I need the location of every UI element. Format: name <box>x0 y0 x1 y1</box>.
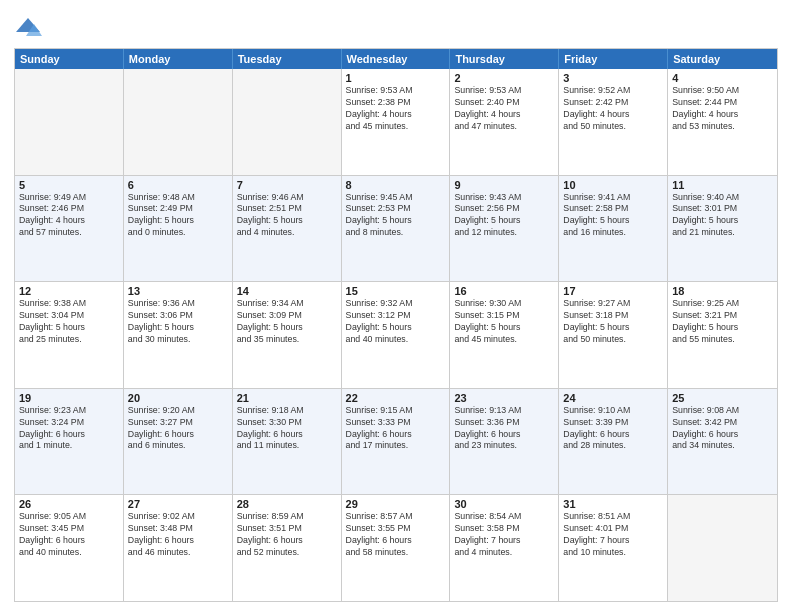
day-number: 9 <box>454 179 554 191</box>
calendar-cell-day-18: 18Sunrise: 9:25 AM Sunset: 3:21 PM Dayli… <box>668 282 777 388</box>
logo <box>14 14 44 42</box>
calendar-cell-day-25: 25Sunrise: 9:08 AM Sunset: 3:42 PM Dayli… <box>668 389 777 495</box>
calendar-cell-empty <box>233 69 342 175</box>
day-info: Sunrise: 9:41 AM Sunset: 2:58 PM Dayligh… <box>563 192 663 240</box>
day-number: 21 <box>237 392 337 404</box>
day-info: Sunrise: 9:53 AM Sunset: 2:40 PM Dayligh… <box>454 85 554 133</box>
day-number: 17 <box>563 285 663 297</box>
day-number: 6 <box>128 179 228 191</box>
day-number: 15 <box>346 285 446 297</box>
calendar-cell-empty <box>15 69 124 175</box>
day-number: 11 <box>672 179 773 191</box>
calendar-cell-day-24: 24Sunrise: 9:10 AM Sunset: 3:39 PM Dayli… <box>559 389 668 495</box>
day-info: Sunrise: 9:49 AM Sunset: 2:46 PM Dayligh… <box>19 192 119 240</box>
day-info: Sunrise: 9:40 AM Sunset: 3:01 PM Dayligh… <box>672 192 773 240</box>
day-number: 23 <box>454 392 554 404</box>
calendar-cell-day-13: 13Sunrise: 9:36 AM Sunset: 3:06 PM Dayli… <box>124 282 233 388</box>
day-info: Sunrise: 9:10 AM Sunset: 3:39 PM Dayligh… <box>563 405 663 453</box>
day-info: Sunrise: 9:45 AM Sunset: 2:53 PM Dayligh… <box>346 192 446 240</box>
calendar-cell-day-12: 12Sunrise: 9:38 AM Sunset: 3:04 PM Dayli… <box>15 282 124 388</box>
header-day-tuesday: Tuesday <box>233 49 342 69</box>
calendar: SundayMondayTuesdayWednesdayThursdayFrid… <box>14 48 778 602</box>
day-number: 22 <box>346 392 446 404</box>
calendar-cell-day-29: 29Sunrise: 8:57 AM Sunset: 3:55 PM Dayli… <box>342 495 451 601</box>
header-day-sunday: Sunday <box>15 49 124 69</box>
header <box>14 10 778 42</box>
day-number: 12 <box>19 285 119 297</box>
day-number: 2 <box>454 72 554 84</box>
calendar-cell-day-2: 2Sunrise: 9:53 AM Sunset: 2:40 PM Daylig… <box>450 69 559 175</box>
day-number: 3 <box>563 72 663 84</box>
calendar-cell-day-4: 4Sunrise: 9:50 AM Sunset: 2:44 PM Daylig… <box>668 69 777 175</box>
day-info: Sunrise: 8:59 AM Sunset: 3:51 PM Dayligh… <box>237 511 337 559</box>
calendar-cell-day-27: 27Sunrise: 9:02 AM Sunset: 3:48 PM Dayli… <box>124 495 233 601</box>
day-number: 27 <box>128 498 228 510</box>
day-info: Sunrise: 9:02 AM Sunset: 3:48 PM Dayligh… <box>128 511 228 559</box>
calendar-cell-day-26: 26Sunrise: 9:05 AM Sunset: 3:45 PM Dayli… <box>15 495 124 601</box>
calendar-row-1: 5Sunrise: 9:49 AM Sunset: 2:46 PM Daylig… <box>15 175 777 282</box>
header-day-monday: Monday <box>124 49 233 69</box>
day-info: Sunrise: 9:20 AM Sunset: 3:27 PM Dayligh… <box>128 405 228 453</box>
logo-icon <box>14 14 42 42</box>
day-number: 13 <box>128 285 228 297</box>
calendar-cell-day-5: 5Sunrise: 9:49 AM Sunset: 2:46 PM Daylig… <box>15 176 124 282</box>
day-info: Sunrise: 9:27 AM Sunset: 3:18 PM Dayligh… <box>563 298 663 346</box>
day-info: Sunrise: 9:46 AM Sunset: 2:51 PM Dayligh… <box>237 192 337 240</box>
header-day-friday: Friday <box>559 49 668 69</box>
header-day-thursday: Thursday <box>450 49 559 69</box>
day-info: Sunrise: 9:53 AM Sunset: 2:38 PM Dayligh… <box>346 85 446 133</box>
calendar-cell-day-17: 17Sunrise: 9:27 AM Sunset: 3:18 PM Dayli… <box>559 282 668 388</box>
calendar-cell-day-10: 10Sunrise: 9:41 AM Sunset: 2:58 PM Dayli… <box>559 176 668 282</box>
calendar-row-3: 19Sunrise: 9:23 AM Sunset: 3:24 PM Dayli… <box>15 388 777 495</box>
day-number: 8 <box>346 179 446 191</box>
day-number: 18 <box>672 285 773 297</box>
day-info: Sunrise: 9:15 AM Sunset: 3:33 PM Dayligh… <box>346 405 446 453</box>
calendar-cell-day-11: 11Sunrise: 9:40 AM Sunset: 3:01 PM Dayli… <box>668 176 777 282</box>
day-number: 10 <box>563 179 663 191</box>
calendar-cell-empty <box>668 495 777 601</box>
day-info: Sunrise: 9:52 AM Sunset: 2:42 PM Dayligh… <box>563 85 663 133</box>
calendar-cell-day-1: 1Sunrise: 9:53 AM Sunset: 2:38 PM Daylig… <box>342 69 451 175</box>
day-info: Sunrise: 9:13 AM Sunset: 3:36 PM Dayligh… <box>454 405 554 453</box>
day-info: Sunrise: 9:50 AM Sunset: 2:44 PM Dayligh… <box>672 85 773 133</box>
day-number: 4 <box>672 72 773 84</box>
calendar-cell-day-14: 14Sunrise: 9:34 AM Sunset: 3:09 PM Dayli… <box>233 282 342 388</box>
day-info: Sunrise: 9:43 AM Sunset: 2:56 PM Dayligh… <box>454 192 554 240</box>
day-info: Sunrise: 9:34 AM Sunset: 3:09 PM Dayligh… <box>237 298 337 346</box>
day-number: 1 <box>346 72 446 84</box>
calendar-cell-day-7: 7Sunrise: 9:46 AM Sunset: 2:51 PM Daylig… <box>233 176 342 282</box>
calendar-cell-day-28: 28Sunrise: 8:59 AM Sunset: 3:51 PM Dayli… <box>233 495 342 601</box>
calendar-header: SundayMondayTuesdayWednesdayThursdayFrid… <box>15 49 777 69</box>
day-number: 14 <box>237 285 337 297</box>
day-number: 5 <box>19 179 119 191</box>
day-info: Sunrise: 9:08 AM Sunset: 3:42 PM Dayligh… <box>672 405 773 453</box>
day-number: 19 <box>19 392 119 404</box>
calendar-cell-day-16: 16Sunrise: 9:30 AM Sunset: 3:15 PM Dayli… <box>450 282 559 388</box>
calendar-cell-day-31: 31Sunrise: 8:51 AM Sunset: 4:01 PM Dayli… <box>559 495 668 601</box>
day-number: 24 <box>563 392 663 404</box>
day-info: Sunrise: 8:54 AM Sunset: 3:58 PM Dayligh… <box>454 511 554 559</box>
calendar-row-4: 26Sunrise: 9:05 AM Sunset: 3:45 PM Dayli… <box>15 494 777 601</box>
header-day-saturday: Saturday <box>668 49 777 69</box>
calendar-body: 1Sunrise: 9:53 AM Sunset: 2:38 PM Daylig… <box>15 69 777 601</box>
day-info: Sunrise: 9:23 AM Sunset: 3:24 PM Dayligh… <box>19 405 119 453</box>
calendar-cell-day-19: 19Sunrise: 9:23 AM Sunset: 3:24 PM Dayli… <box>15 389 124 495</box>
calendar-cell-day-23: 23Sunrise: 9:13 AM Sunset: 3:36 PM Dayli… <box>450 389 559 495</box>
day-number: 16 <box>454 285 554 297</box>
day-info: Sunrise: 8:57 AM Sunset: 3:55 PM Dayligh… <box>346 511 446 559</box>
calendar-cell-day-6: 6Sunrise: 9:48 AM Sunset: 2:49 PM Daylig… <box>124 176 233 282</box>
calendar-cell-day-15: 15Sunrise: 9:32 AM Sunset: 3:12 PM Dayli… <box>342 282 451 388</box>
calendar-row-2: 12Sunrise: 9:38 AM Sunset: 3:04 PM Dayli… <box>15 281 777 388</box>
day-info: Sunrise: 9:18 AM Sunset: 3:30 PM Dayligh… <box>237 405 337 453</box>
day-number: 28 <box>237 498 337 510</box>
day-info: Sunrise: 9:48 AM Sunset: 2:49 PM Dayligh… <box>128 192 228 240</box>
calendar-row-0: 1Sunrise: 9:53 AM Sunset: 2:38 PM Daylig… <box>15 69 777 175</box>
day-info: Sunrise: 9:25 AM Sunset: 3:21 PM Dayligh… <box>672 298 773 346</box>
day-info: Sunrise: 9:30 AM Sunset: 3:15 PM Dayligh… <box>454 298 554 346</box>
calendar-cell-day-20: 20Sunrise: 9:20 AM Sunset: 3:27 PM Dayli… <box>124 389 233 495</box>
day-number: 25 <box>672 392 773 404</box>
header-day-wednesday: Wednesday <box>342 49 451 69</box>
day-info: Sunrise: 9:38 AM Sunset: 3:04 PM Dayligh… <box>19 298 119 346</box>
day-info: Sunrise: 8:51 AM Sunset: 4:01 PM Dayligh… <box>563 511 663 559</box>
day-number: 30 <box>454 498 554 510</box>
